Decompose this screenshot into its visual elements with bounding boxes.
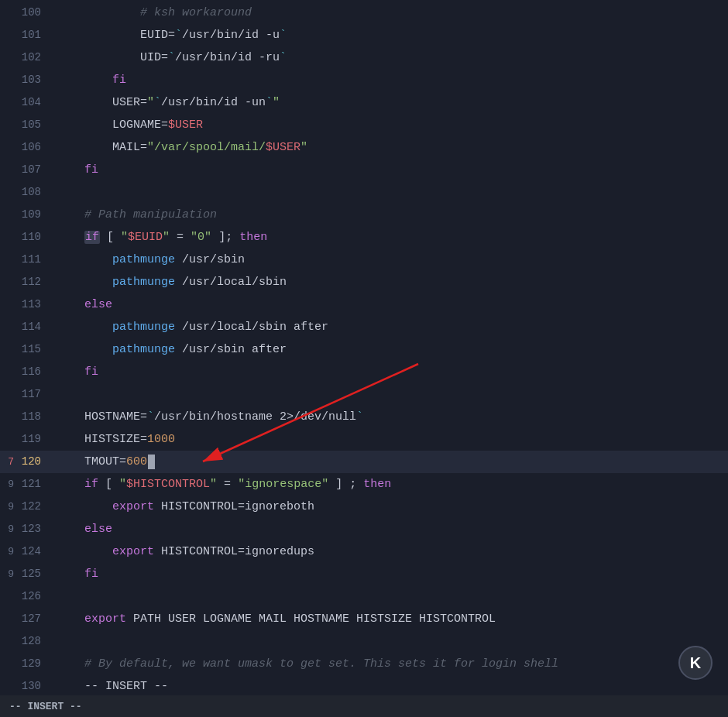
gutter-115 <box>0 338 15 361</box>
linenum-122: 122 <box>15 496 50 518</box>
gutter-122: 9 <box>0 496 15 518</box>
line-123: 9 123 else <box>0 518 728 540</box>
gutter-119 <box>0 428 15 451</box>
linecontent-109: # Path manipulation <box>50 204 728 226</box>
line-121: 9 121 if [ "$HISTCONTROL" = "ignorespace… <box>0 473 728 496</box>
linecontent-105: LOGNAME=$USER <box>50 114 728 136</box>
linecontent-116: fi <box>50 361 728 383</box>
linecontent-102: UID=`/usr/bin/id -ru` <box>50 46 728 69</box>
linecontent-103: fi <box>50 69 728 91</box>
status-bar: -- INSERT -- <box>0 695 728 717</box>
line-104: 104 USER="`/usr/bin/id -un`" <box>0 91 728 114</box>
linecontent-104: USER="`/usr/bin/id -un`" <box>50 91 728 114</box>
linecontent-123: else <box>50 518 728 540</box>
linenum-125: 125 <box>15 563 50 585</box>
linecontent-121: if [ "$HISTCONTROL" = "ignorespace" ] ; … <box>50 473 728 496</box>
gutter-129 <box>0 653 15 675</box>
line-117: 117 <box>0 383 728 406</box>
gutter-120: 7 <box>0 451 15 473</box>
gutter-127 <box>0 608 15 630</box>
linenum-102: 102 <box>15 46 50 69</box>
linecontent-106: MAIL="/var/spool/mail/$USER" <box>50 136 728 159</box>
linenum-111: 111 <box>15 249 50 271</box>
linenum-108: 108 <box>15 181 50 204</box>
linecontent-100: # ksh workaround <box>50 2 728 24</box>
line-120: 7 120 TMOUT=600 <box>0 451 728 473</box>
gutter-105 <box>0 114 15 136</box>
gutter-117 <box>0 383 15 406</box>
line-119: 119 HISTSIZE=1000 <box>0 428 728 451</box>
gutter-123: 9 <box>0 518 15 540</box>
gutter-112 <box>0 271 15 293</box>
linecontent-110: if [ "$EUID" = "0" ]; then <box>50 226 728 249</box>
linenum-126: 126 <box>15 585 50 608</box>
linenum-106: 106 <box>15 136 50 159</box>
linenum-110: 110 <box>15 226 50 249</box>
gutter-101 <box>0 24 15 46</box>
line-100: 100 # ksh workaround <box>0 2 728 24</box>
line-105: 105 LOGNAME=$USER <box>0 114 728 136</box>
gutter-109 <box>0 204 15 226</box>
linenum-120: 120 <box>15 451 50 473</box>
linecontent-129: # By default, we want umask to get set. … <box>50 653 728 675</box>
linenum-101: 101 <box>15 24 50 46</box>
k-logo[interactable]: K <box>678 646 713 680</box>
line-113: 113 else <box>0 293 728 316</box>
linecontent-113: else <box>50 293 728 316</box>
gutter-126 <box>0 585 15 608</box>
linecontent-127: export PATH USER LOGNAME MAIL HOSTNAME H… <box>50 608 728 630</box>
line-125: 9 125 fi <box>0 563 728 585</box>
linecontent-119: HISTSIZE=1000 <box>50 428 728 451</box>
linecontent-101: EUID=`/usr/bin/id -u` <box>50 24 728 46</box>
line-107: 107 fi <box>0 159 728 181</box>
code-lines: 100 # ksh workaround 101 EUID=`/usr/bin/… <box>0 0 728 698</box>
linenum-129: 129 <box>15 653 50 675</box>
line-122: 9 122 export HISTCONTROL=ignoreboth <box>0 496 728 518</box>
insert-mode-label: -- INSERT -- <box>9 701 82 712</box>
linenum-124: 124 <box>15 540 50 563</box>
linenum-127: 127 <box>15 608 50 630</box>
line-114: 114 pathmunge /usr/local/sbin after <box>0 316 728 338</box>
gutter-107 <box>0 159 15 181</box>
linecontent-115: pathmunge /usr/sbin after <box>50 338 728 361</box>
line-103: 103 fi <box>0 69 728 91</box>
linenum-117: 117 <box>15 383 50 406</box>
gutter-110 <box>0 226 15 249</box>
linenum-123: 123 <box>15 518 50 540</box>
line-110: 110 if [ "$EUID" = "0" ]; then <box>0 226 728 249</box>
line-112: 112 pathmunge /usr/local/sbin <box>0 271 728 293</box>
line-109: 109 # Path manipulation <box>0 204 728 226</box>
gutter-111 <box>0 249 15 271</box>
gutter-113 <box>0 293 15 316</box>
line-116: 116 fi <box>0 361 728 383</box>
linecontent-111: pathmunge /usr/sbin <box>50 249 728 271</box>
linenum-112: 112 <box>15 271 50 293</box>
linecontent-112: pathmunge /usr/local/sbin <box>50 271 728 293</box>
linecontent-124: export HISTCONTROL=ignoredups <box>50 540 728 563</box>
line-130: 130 -- INSERT -- <box>0 675 728 698</box>
gutter-114 <box>0 316 15 338</box>
gutter-118 <box>0 406 15 428</box>
linenum-109: 109 <box>15 204 50 226</box>
k-logo-letter: K <box>690 654 701 672</box>
linenum-130: 130 <box>15 675 50 698</box>
linecontent-125: fi <box>50 563 728 585</box>
gutter-108 <box>0 181 15 204</box>
line-106: 106 MAIL="/var/spool/mail/$USER" <box>0 136 728 159</box>
line-129: 129 # By default, we want umask to get s… <box>0 653 728 675</box>
linenum-119: 119 <box>15 428 50 451</box>
gutter-128 <box>0 630 15 653</box>
gutter-121: 9 <box>0 473 15 496</box>
linenum-118: 118 <box>15 406 50 428</box>
line-115: 115 pathmunge /usr/sbin after <box>0 338 728 361</box>
line-126: 126 <box>0 585 728 608</box>
line-108: 108 <box>0 181 728 204</box>
gutter-124: 9 <box>0 540 15 563</box>
linenum-100: 100 <box>15 2 50 24</box>
gutter-103 <box>0 69 15 91</box>
linecontent-120: TMOUT=600 <box>50 451 728 473</box>
linenum-113: 113 <box>15 293 50 316</box>
linenum-114: 114 <box>15 316 50 338</box>
linenum-107: 107 <box>15 159 50 181</box>
linenum-128: 128 <box>15 630 50 653</box>
